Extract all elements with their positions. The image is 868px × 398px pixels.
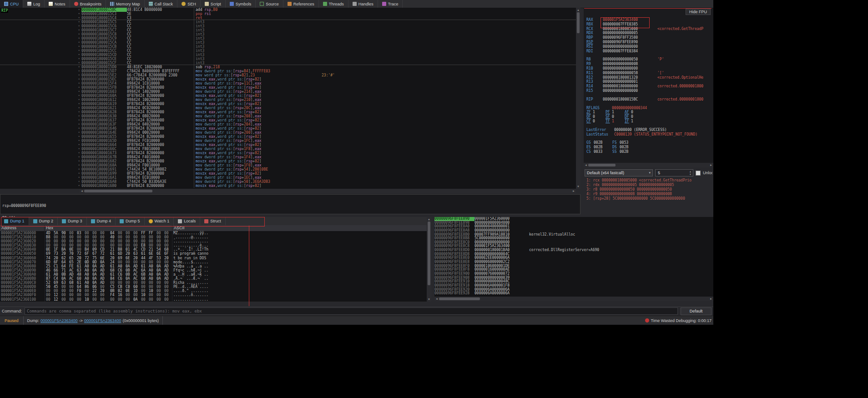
tab-dump-3[interactable]: Dump 3 xyxy=(58,217,87,225)
spinner-arrows-icon[interactable]: ▲▼ xyxy=(688,170,692,176)
breakpoint-dot[interactable]: • xyxy=(0,24,81,28)
disasm-row[interactable]: •000000018000167B898424 F4010000mov dwor… xyxy=(0,155,576,159)
tab-dump-2[interactable]: Dump 2 xyxy=(29,217,58,225)
breakpoint-dot[interactable]: • xyxy=(0,65,81,69)
scroll-thumb[interactable] xyxy=(428,222,430,285)
argument-line[interactable]: 4: r9 000000000000000B 000000000000000B xyxy=(586,192,713,196)
tab-seh[interactable]: SEH xyxy=(177,0,201,8)
breakpoint-dot[interactable]: • xyxy=(0,81,81,86)
disasm-row[interactable]: •00000001800015C35Epop rsi xyxy=(0,12,576,16)
tab-watch-1[interactable]: Watch 1 xyxy=(145,217,174,225)
breakpoint-dot[interactable]: • xyxy=(0,86,81,90)
disasm-row[interactable]: •00000001800015CCCCint3 xyxy=(0,49,576,53)
disasm-row[interactable]: •00000001800015D048:81EC 18020000sub rsp… xyxy=(0,65,576,69)
dump-row[interactable]: 000001F5A2360090466671AC63A00AAD68C60BAC… xyxy=(0,268,427,272)
tab-dump-5[interactable]: Dump 5 xyxy=(116,217,145,225)
dump-row[interactable]: 000001F5A236008025C164FE61A00AAD61A00AAD… xyxy=(0,264,427,268)
register-row[interactable]: RCX0000000180005000<corrected.GetThreadP xyxy=(586,27,712,31)
breakpoint-dot[interactable]: • xyxy=(0,69,81,73)
breakpoint-dot[interactable]: • xyxy=(0,143,81,147)
register-row[interactable]: R130000000000000001 xyxy=(586,80,712,84)
disasm-row[interactable]: •000000018000165D898424 FC010000mov dwor… xyxy=(0,139,576,143)
disasm-row[interactable]: •00000001800015CECCint3 xyxy=(0,57,576,61)
tab-handles[interactable]: Handles xyxy=(348,0,378,8)
tab-symbols[interactable]: Symbols xyxy=(226,0,256,8)
disasm-row[interactable]: •00000001800015EC0FB78424 B2000000movzx … xyxy=(0,77,576,81)
tab-threads[interactable]: Threads xyxy=(319,0,348,8)
tab-dump-1[interactable]: Dump 1 xyxy=(0,217,29,225)
dump-row[interactable]: 000001F5A2360020000000000000000000000000… xyxy=(0,239,427,243)
dump-row[interactable]: 000001F5A23600C05269636861A00AAD00000000… xyxy=(0,281,427,285)
breakpoint-dot[interactable]: • xyxy=(0,171,81,176)
register-row[interactable]: R11000000000000005B'[' xyxy=(586,71,712,76)
scroll-left-arrow-icon[interactable]: ◄ xyxy=(434,297,439,301)
breakpoint-dot[interactable]: • xyxy=(0,61,81,65)
tab-struct[interactable]: Struct xyxy=(200,217,226,225)
breakpoint-dot[interactable]: • xyxy=(0,12,81,16)
breakpoint-dot[interactable]: • xyxy=(0,94,81,98)
disasm-row[interactable]: •00000001800015CDCCint3 xyxy=(0,53,576,57)
dump-row[interactable]: 000001F5A23600004D5A90000300000004000000… xyxy=(0,231,427,235)
argument-line[interactable]: 5: [rsp+28] 5C00000000000000 5C000000000… xyxy=(586,196,713,201)
breakpoint-dot[interactable]: • xyxy=(0,135,81,139)
scroll-thumb[interactable] xyxy=(577,12,580,33)
disasm-row[interactable]: •0000000180001621898424 0C020000mov dwor… xyxy=(0,106,576,110)
disasm-row[interactable]: •00000001800016990FB78424 B2000000movzx … xyxy=(0,171,576,176)
dump-row[interactable]: 000001F5A23600E000000000F00022200B020E1D… xyxy=(0,289,427,293)
registers-horizontal-scrollbar[interactable]: ◄ ► xyxy=(584,163,713,167)
tab-references[interactable]: References xyxy=(283,0,319,8)
disassembly-pane[interactable]: RIP •00000001800015BC48:81C4 B0000000add… xyxy=(0,8,576,189)
dump-vertical-scrollbar[interactable]: ▲ ▼ xyxy=(427,217,431,302)
dump-row[interactable]: 000001F5A2360060742062652072756E20696E20… xyxy=(0,256,427,260)
disasm-row[interactable]: •00000001800015D7C78424 B4000000 03FEFFF… xyxy=(0,69,576,73)
register-row[interactable]: R80000000000000050'P' xyxy=(586,57,712,62)
disasm-row[interactable]: •000000018000160A0FB78424 B2000000movzx … xyxy=(0,94,576,98)
breakpoint-dot[interactable]: • xyxy=(0,49,81,53)
disasm-row[interactable]: •00000001800015CBCCint3 xyxy=(0,45,576,49)
breakpoint-dot[interactable]: • xyxy=(0,8,81,12)
dump-row[interactable]: 000001F5A236010000120000001000000000000A… xyxy=(0,297,427,302)
dump-to-address-link[interactable]: 000001F5A2363400 xyxy=(84,318,121,323)
tab-locals[interactable]: Locals xyxy=(174,217,200,225)
register-row[interactable]: RBP00000096F8FF3580 xyxy=(586,35,712,40)
disasm-row[interactable]: •000000018000164E898424 00020000mov dwor… xyxy=(0,131,576,135)
flag-cell[interactable]: ZF1 xyxy=(586,110,606,115)
dump-pane[interactable]: 000001F5A23600004D5A90000300000004000000… xyxy=(0,231,427,302)
register-row[interactable]: R150000000000000000 xyxy=(586,89,712,93)
disasm-row[interactable]: •000000018000163F898424 04020000mov dwor… xyxy=(0,122,576,126)
flags-row[interactable]: OF0SF0DF0 xyxy=(586,115,712,119)
tab-memory-map[interactable]: Memory Map xyxy=(106,0,145,8)
rflags-row[interactable]: RFLAGS0000000000000344 xyxy=(586,106,712,111)
breakpoint-dot[interactable]: • xyxy=(0,77,81,81)
register-row[interactable]: RDX0000000000000005 xyxy=(586,31,712,35)
breakpoint-dot[interactable]: • xyxy=(0,163,81,167)
disasm-row[interactable]: •00000001800015CACCint3 xyxy=(0,40,576,45)
breakpoint-dot[interactable]: • xyxy=(0,122,81,126)
breakpoint-dot[interactable]: • xyxy=(0,114,81,118)
register-row[interactable]: R100000000000000000 xyxy=(586,66,712,71)
disasm-row[interactable]: •0000000180001691C74424 54 BE10B002mov d… xyxy=(0,167,576,171)
breakpoint-dot[interactable]: • xyxy=(0,110,81,114)
scroll-up-arrow-icon[interactable]: ▲ xyxy=(427,217,431,222)
disasm-row[interactable]: •000000018000166C898424 F8010000mov dwor… xyxy=(0,147,576,151)
disasm-row[interactable]: •00000001800016A8C74424 50 B33D6A3Emov d… xyxy=(0,180,576,184)
segment-row[interactable]: ES002BDS002B xyxy=(586,145,712,150)
argument-line[interactable]: 3: r8 0000000000000050 0000000000000050 xyxy=(586,187,713,192)
disasm-vertical-scrollbar[interactable]: ▲ ▼ xyxy=(576,8,580,189)
disasm-row[interactable]: •00000001800015E266:C78424 B2000000 2300… xyxy=(0,73,576,77)
disasm-row[interactable]: •00000001800015C7CCint3 xyxy=(0,28,576,32)
flag-cell[interactable]: TF1 xyxy=(606,119,625,124)
tab-script[interactable]: Script xyxy=(201,0,226,8)
dump-from-address-link[interactable]: 000001F5A2363400 xyxy=(40,318,78,323)
dump-row[interactable]: 000001F5A2360030000000000000000000000000… xyxy=(0,243,427,247)
breakpoint-dot[interactable]: • xyxy=(0,90,81,94)
flag-cell[interactable]: DF0 xyxy=(625,115,644,119)
disasm-row[interactable]: •00000001800015F4898424 1C010000mov dwor… xyxy=(0,81,576,86)
register-row[interactable]: R120000000180001320<corrected.OptionalHe xyxy=(586,76,712,80)
last-error-row[interactable]: LastError00000000 (ERROR_SUCCESS) xyxy=(586,128,712,132)
argument-count-spinner[interactable]: 5 ▲▼ xyxy=(655,169,693,176)
hide-fpu-button[interactable]: Hide FPU xyxy=(686,9,711,15)
disasm-row[interactable]: •00000001800015C5CCint3 xyxy=(0,20,576,24)
breakpoint-dot[interactable]: • xyxy=(0,159,81,163)
tab-trace[interactable]: Trace xyxy=(378,0,403,8)
